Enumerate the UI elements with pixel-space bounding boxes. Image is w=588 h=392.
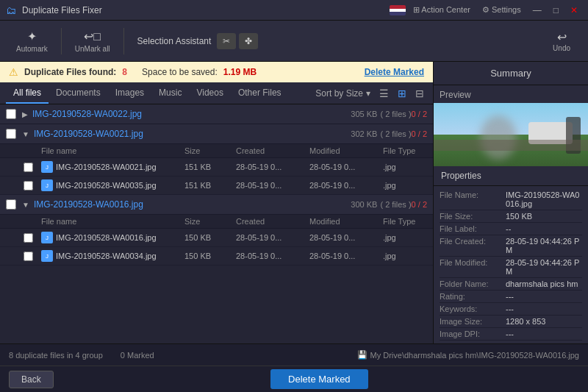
settings-btn[interactable]: ⚙ Settings	[478, 4, 526, 16]
prop-key: Image DPI:	[440, 329, 506, 338]
file-name: IMG-20190528-WA0016.jpg	[56, 233, 157, 242]
group-checkbox[interactable]	[6, 129, 16, 139]
file-type: .jpg	[383, 233, 427, 242]
table-row[interactable]: J IMG-20190528-WA0021.jpg 151 KB 28-05-1…	[0, 158, 433, 177]
group-ratio: 0 / 2	[412, 200, 427, 209]
automark-label: Automark	[16, 45, 48, 53]
file-modified: 28-05-19 0...	[309, 233, 383, 242]
col-size-header: Size	[184, 217, 236, 226]
app-title: Duplicate Files Fixer	[22, 5, 384, 15]
group-ratio: 0 / 2	[412, 110, 427, 118]
prop-key: Folder Name:	[440, 279, 506, 288]
group-expand-arrow: ▼	[22, 130, 29, 138]
action-center-btn[interactable]: ⊞ Action Center	[409, 4, 475, 16]
sort-control[interactable]: Sort by Size ▾	[315, 88, 370, 99]
file-size: 151 KB	[184, 163, 236, 171]
automark-button[interactable]: ✦ Automark	[9, 25, 55, 57]
file-type: .jpg	[383, 163, 427, 171]
unmarkall-icon: ↩□	[84, 29, 101, 43]
right-panel: Summary Preview Properties File Name:IMG…	[434, 62, 588, 343]
file-name: IMG-20190528-WA0035.jpg	[56, 181, 157, 190]
prop-key: File Label:	[440, 224, 506, 233]
file-modified: 28-05-19 0...	[309, 252, 383, 260]
toolbar: ✦ Automark ↩□ UnMark all Selection Assis…	[0, 21, 588, 62]
file-size: 150 KB	[184, 252, 236, 260]
tab-videos[interactable]: Videos	[189, 83, 230, 104]
prop-val: --	[506, 224, 582, 233]
prop-val: 28-05-19 04:44:26 PM	[506, 237, 582, 254]
file-name: IMG-20190528-WA0034.jpg	[56, 252, 157, 260]
file-list: ▶ IMG-20190528-WA0022.jpg 305 KB ( 2 fil…	[0, 104, 433, 343]
tab-other-files[interactable]: Other Files	[231, 83, 289, 104]
space-value: 1.19 MB	[223, 67, 257, 77]
property-row: File Size:150 KB	[440, 210, 582, 223]
left-panel: ⚠ Duplicate Files found: 8 Space to be s…	[0, 62, 434, 343]
duplicate-count: 8	[122, 67, 127, 77]
status-file-path: 💾 My Drive\dharmshala pics hm\IMG-201905…	[357, 350, 580, 360]
group-row[interactable]: ▼ IMG-20190528-WA0016.jpg 300 KB ( 2 fil…	[0, 195, 433, 215]
main-area: ⚠ Duplicate Files found: 8 Space to be s…	[0, 62, 588, 343]
col-checkbox-header	[24, 146, 41, 155]
sub-table-header: File name Size Created Modified File Typ…	[0, 215, 433, 229]
status-count: 8 duplicate files in 4 group	[9, 351, 103, 360]
col-size-header: Size	[184, 146, 236, 155]
prop-key: Rating:	[440, 292, 506, 301]
sort-chevron-icon: ▾	[366, 88, 370, 99]
preview-road	[434, 140, 588, 151]
unmarkall-button[interactable]: ↩□ UnMark all	[68, 25, 118, 57]
close-btn[interactable]: ✕	[566, 4, 582, 17]
property-row: File Label:--	[440, 223, 582, 235]
prop-val: 28-05-19 04:44:26 PM	[506, 258, 582, 276]
sa-tool-btn[interactable]: ✤	[239, 33, 258, 49]
group-row[interactable]: ▶ IMG-20190528-WA0022.jpg 305 KB ( 2 fil…	[0, 104, 433, 124]
tab-documents[interactable]: Documents	[49, 83, 108, 104]
tab-all-files[interactable]: All files	[6, 83, 49, 104]
file-checkbox[interactable]	[24, 233, 33, 243]
delete-marked-link[interactable]: Delete Marked	[365, 67, 424, 77]
col-filetype-header: File Type	[383, 146, 427, 155]
undo-button[interactable]: ↩ Undo	[544, 27, 579, 55]
group-size: 305 KB	[351, 110, 377, 118]
prop-val: ---	[506, 304, 582, 313]
selection-assistant-label: Selection Assistant	[137, 36, 212, 46]
property-row: Keywords:---	[440, 303, 582, 316]
file-name: IMG-20190528-WA0021.jpg	[56, 163, 157, 171]
file-checkbox[interactable]	[24, 252, 33, 261]
file-created: 28-05-19 0...	[236, 233, 309, 242]
back-button[interactable]: Back	[9, 371, 54, 388]
file-icon: J	[41, 250, 53, 262]
file-created: 28-05-19 0...	[236, 163, 309, 171]
file-size: 150 KB	[184, 233, 236, 242]
file-checkbox[interactable]	[24, 181, 33, 190]
drive-icon: 💾	[357, 350, 368, 360]
property-row: File Created:28-05-19 04:44:26 PM	[440, 235, 582, 257]
maximize-btn[interactable]: □	[549, 4, 563, 17]
group-row[interactable]: ▼ IMG-20190528-WA0021.jpg 302 KB ( 2 fil…	[0, 124, 433, 144]
property-row: File Modified:28-05-19 04:44:26 PM	[440, 257, 582, 278]
file-created: 28-05-19 0...	[236, 181, 309, 190]
group-checkbox[interactable]	[6, 199, 16, 210]
preview-canvas	[434, 103, 588, 166]
file-size: 151 KB	[184, 181, 236, 190]
warning-icon: ⚠	[9, 66, 18, 78]
file-checkbox[interactable]	[24, 163, 33, 172]
tab-music[interactable]: Music	[151, 83, 189, 104]
table-row[interactable]: J IMG-20190528-WA0016.jpg 150 KB 28-05-1…	[0, 229, 433, 247]
delete-marked-button[interactable]: Delete Marked	[270, 369, 368, 389]
table-row[interactable]: J IMG-20190528-WA0035.jpg 151 KB 28-05-1…	[0, 177, 433, 195]
prop-val: 150 KB	[506, 212, 582, 221]
tab-images[interactable]: Images	[108, 83, 151, 104]
file-modified: 28-05-19 0...	[309, 181, 383, 190]
view-list-icon[interactable]: ☰	[376, 86, 392, 101]
minimize-btn[interactable]: —	[528, 4, 546, 17]
group-checkbox[interactable]	[6, 109, 16, 119]
sa-filter-btn[interactable]: ✂	[217, 33, 236, 49]
col-modified-header: Modified	[309, 146, 383, 155]
property-row: Image Size:1280 x 853	[440, 316, 582, 328]
view-grid-icon[interactable]: ⊞	[395, 86, 409, 101]
table-row[interactable]: J IMG-20190528-WA0034.jpg 150 KB 28-05-1…	[0, 247, 433, 266]
group-name: IMG-20190528-WA0016.jpg	[34, 199, 346, 210]
title-bar: 🗂 Duplicate Files Fixer ⊞ Action Center …	[0, 0, 588, 21]
view-large-icon[interactable]: ⊟	[412, 86, 427, 101]
col-modified-header: Modified	[309, 217, 383, 226]
